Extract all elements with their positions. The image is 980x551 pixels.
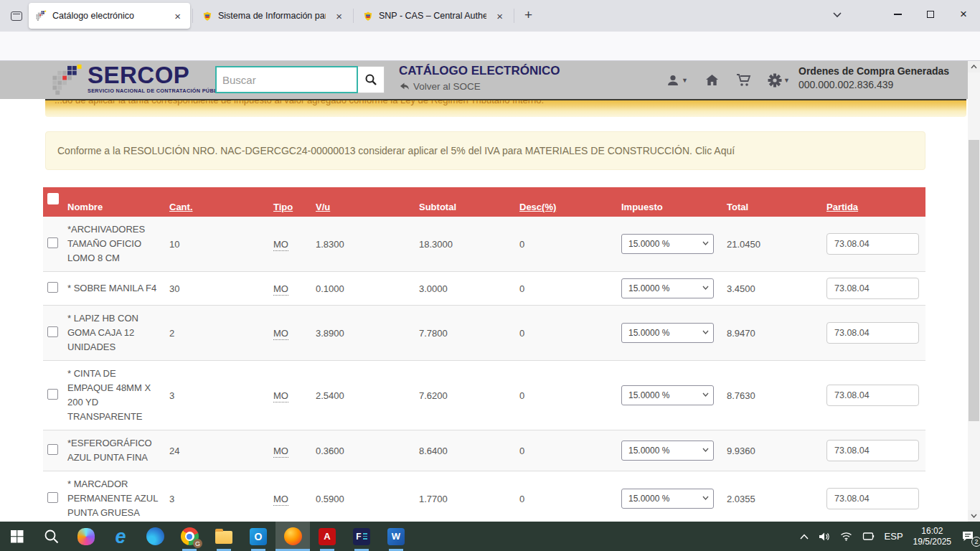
unit-value: 1.8300	[316, 233, 419, 255]
product-name: * MARCADOR PERMANENTE AZUL PUNTA GRUESA	[67, 471, 169, 522]
unit-value: 0.1000	[316, 278, 419, 300]
tipo-link[interactable]: MO	[273, 494, 288, 506]
home-button[interactable]	[705, 73, 720, 88]
scroll-down-icon[interactable]	[968, 510, 980, 522]
firefox-icon[interactable]	[275, 522, 310, 551]
page-scrollbar[interactable]	[968, 61, 980, 522]
iva-resolution-banner: Conforme a la RESOLUCIÓN NRO. NAC-DGERCG…	[45, 131, 925, 170]
row-checkbox[interactable]	[47, 492, 58, 503]
language-indicator[interactable]: ESP	[880, 522, 908, 551]
tipo-link[interactable]: MO	[273, 239, 288, 251]
display-icon[interactable]	[857, 522, 880, 551]
tab-sistema-informacion[interactable]: Sistema de Información para lo ×	[195, 3, 352, 29]
file-explorer-icon[interactable]	[207, 522, 241, 551]
discount-value: 0	[519, 233, 621, 255]
tipo-link[interactable]: MO	[273, 390, 288, 402]
purchase-list-table: Nombre Cant. Tipo V/u Subtotal Desc(%) I…	[43, 187, 925, 522]
scroll-up-icon[interactable]	[968, 61, 980, 72]
partida-input[interactable]	[826, 385, 919, 406]
total-value: 3.4500	[727, 278, 826, 300]
settings-menu-button[interactable]: ▼	[768, 73, 790, 88]
search-button[interactable]	[358, 66, 385, 93]
edge-icon[interactable]	[138, 522, 172, 551]
discount-value: 0	[519, 322, 621, 344]
discount-value: 0	[519, 385, 621, 407]
tipo-link[interactable]: MO	[273, 283, 288, 296]
tab-close-icon[interactable]: ×	[334, 10, 344, 22]
scrollbar-thumb[interactable]	[969, 140, 979, 421]
chrome-icon[interactable]: G	[172, 522, 207, 551]
row-checkbox[interactable]	[47, 237, 58, 248]
forticlient-icon[interactable]: F	[344, 522, 379, 551]
tipo-link[interactable]: MO	[273, 446, 288, 458]
tax-select[interactable]: 15.0000 %	[621, 441, 714, 461]
volume-icon[interactable]	[814, 522, 835, 551]
browser-nav-bar: https://catalogoelectronico.compraspubli…	[0, 32, 980, 61]
table-header-row: Nombre Cant. Tipo V/u Subtotal Desc(%) I…	[43, 187, 925, 217]
list-tabs-chevron-icon[interactable]	[832, 11, 842, 18]
notifications-icon[interactable]: 2	[956, 522, 980, 551]
chevron-down-icon: ▼	[682, 77, 688, 84]
word-icon[interactable]: W	[379, 522, 413, 551]
quantity-value: 3	[169, 385, 273, 407]
tax-select[interactable]: 15.0000 %	[621, 489, 714, 509]
sercop-logo[interactable]: SERCOP SERVICIO NACIONAL DE CONTRATACIÓN…	[52, 63, 227, 97]
col-nombre: Nombre	[67, 202, 169, 212]
start-icon[interactable]	[0, 522, 34, 551]
subtotal-value: 18.3000	[419, 233, 519, 255]
user-menu-button[interactable]: ▼	[666, 73, 688, 88]
partida-input[interactable]	[826, 440, 919, 461]
minimize-icon[interactable]	[881, 0, 914, 29]
orders-generated: Ordenes de Compra Generadas 000.000.002.…	[798, 65, 949, 90]
tab-catalogo[interactable]: Catálogo electrónico ×	[29, 3, 190, 29]
tax-select[interactable]: 15.0000 %	[621, 234, 714, 254]
tab-separator	[192, 9, 193, 23]
user-icon	[666, 73, 680, 88]
logo-subtext: SERVICIO NACIONAL DE CONTRATACIÓN PÚBLIC…	[88, 88, 227, 94]
row-checkbox[interactable]	[47, 282, 58, 293]
col-cant[interactable]: Cant.	[169, 202, 273, 212]
col-vu[interactable]: V/u	[316, 202, 419, 212]
partida-input[interactable]	[826, 322, 919, 344]
row-checkbox[interactable]	[47, 326, 58, 337]
tax-select[interactable]: 15.0000 %	[621, 385, 714, 405]
clock[interactable]: 16:02 19/5/2025	[908, 522, 956, 551]
tab-close-icon[interactable]: ×	[494, 10, 505, 22]
tab-snp-cas[interactable]: SNP - CAS – Central Authentica ×	[356, 3, 512, 29]
table-row: *ESFEROGRÁFICO AZUL PUNTA FINA 24 MO 0.3…	[43, 430, 925, 471]
sercop-pixel-logo-icon	[52, 63, 83, 97]
outlook-icon[interactable]: O	[241, 522, 275, 551]
tab-close-icon[interactable]: ×	[172, 10, 183, 22]
tax-select[interactable]: 15.0000 %	[621, 323, 714, 343]
maximize-icon[interactable]	[914, 0, 947, 29]
quantity-value: 30	[169, 278, 273, 300]
select-all-checkbox[interactable]	[47, 193, 59, 204]
tipo-link[interactable]: MO	[273, 328, 288, 340]
quantity-value: 24	[169, 440, 273, 462]
cart-button[interactable]	[736, 73, 752, 88]
volver-al-soce-link[interactable]: Volver al SOCE	[399, 81, 481, 92]
close-icon[interactable]: ×	[947, 0, 980, 29]
firefox-view-icon[interactable]	[7, 8, 26, 24]
col-tipo[interactable]: Tipo	[273, 202, 316, 212]
total-value: 21.0450	[727, 233, 826, 255]
partida-input[interactable]	[826, 233, 919, 255]
search-input[interactable]	[215, 66, 358, 93]
copilot-icon[interactable]	[69, 522, 103, 551]
partida-input[interactable]	[826, 278, 919, 299]
acrobat-icon[interactable]: A	[310, 522, 344, 551]
discount-value: 0	[519, 488, 621, 510]
tax-select[interactable]: 15.0000 %	[621, 278, 714, 298]
search-icon[interactable]	[34, 522, 69, 551]
tray-chevron-icon[interactable]	[795, 522, 814, 551]
row-checkbox[interactable]	[47, 444, 58, 455]
col-partida[interactable]: Partida	[826, 202, 925, 212]
new-tab-button[interactable]: +	[524, 7, 532, 23]
row-checkbox[interactable]	[47, 389, 58, 400]
col-desc[interactable]: Desc(%)	[519, 202, 621, 212]
iva-clic-aqui-link[interactable]: Clic Aquí	[695, 145, 735, 156]
partida-input[interactable]	[826, 488, 919, 509]
chevron-down-icon: ▼	[783, 77, 790, 84]
internet-explorer-icon[interactable]: e	[103, 522, 138, 551]
wifi-icon[interactable]	[835, 522, 857, 551]
